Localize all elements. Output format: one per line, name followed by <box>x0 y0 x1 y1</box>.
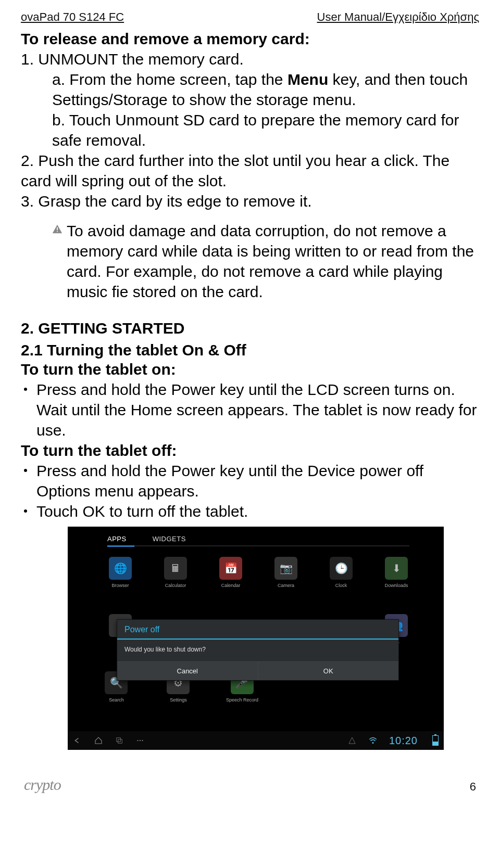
step-2: 2. Push the card further into the slot u… <box>21 150 479 191</box>
release-title: To release and remove a memory card: <box>21 30 479 48</box>
footer-logo: crypto <box>24 776 61 794</box>
app-downloads[interactable]: ⬇Downloads <box>378 557 415 588</box>
step-3: 3. Grasp the card by its edge to remove … <box>21 191 479 211</box>
bullet-icon <box>24 509 27 513</box>
app-label: Calculator <box>157 583 194 588</box>
bullet-icon <box>24 388 27 391</box>
app-label: Settings <box>164 697 193 703</box>
clock-display: 10:20 <box>389 735 418 747</box>
svg-rect-4 <box>118 739 122 744</box>
app-label: Downloads <box>378 583 415 588</box>
header-right: User Manual/Εγχειρίδιο Χρήσης <box>317 10 479 24</box>
warning-icon <box>52 224 63 234</box>
menu-icon[interactable] <box>135 736 145 745</box>
cancel-button[interactable]: Cancel <box>117 662 258 680</box>
svg-rect-2 <box>57 231 58 232</box>
app-clock[interactable]: 🕒Clock <box>323 557 359 588</box>
calendar-icon: 📅 <box>219 557 242 580</box>
app-label: Speech Record <box>226 697 258 703</box>
app-label: Camera <box>268 583 304 588</box>
tab-underline-active <box>107 545 134 547</box>
page-number: 6 <box>470 780 476 794</box>
sub-21: 2.1 Turning the tablet On & Off <box>21 341 479 359</box>
header-left: ovaPad 70 S124 FC <box>21 10 124 24</box>
back-icon[interactable] <box>73 736 82 745</box>
power-off-dialog: Power off Would you like to shut down? C… <box>117 619 399 681</box>
step-1a: a. From the home screen, tap the Menu ke… <box>52 69 479 110</box>
tab-apps[interactable]: APPS <box>107 535 127 543</box>
android-screenshot: APPS WIDGETS 🌐Browser🖩Calculator📅Calenda… <box>68 527 444 750</box>
notification-icon[interactable] <box>347 736 357 745</box>
step-1a-pre: a. From the home screen, tap the <box>52 71 288 88</box>
battery-icon <box>432 735 439 746</box>
svg-rect-1 <box>57 227 58 231</box>
svg-point-6 <box>140 740 141 741</box>
step-1a-menu: Menu <box>288 71 328 88</box>
app-label: Calendar <box>213 583 249 588</box>
apps-row-1: 🌐Browser🖩Calculator📅Calendar📷Camera🕒Cloc… <box>102 557 415 588</box>
globe-icon: 🌐 <box>109 557 132 580</box>
home-icon[interactable] <box>94 736 103 745</box>
turn-off-title: To turn the tablet off: <box>21 440 479 461</box>
svg-point-7 <box>142 740 143 741</box>
app-label: Clock <box>323 583 359 588</box>
svg-rect-3 <box>117 738 121 742</box>
turn-on-bullet: Press and hold the Power key until the L… <box>36 379 479 440</box>
turn-off-bullet-2: Touch OK to turn off the tablet. <box>36 501 248 521</box>
clock-icon: 🕒 <box>330 557 353 580</box>
svg-point-8 <box>372 742 373 744</box>
tab-widgets[interactable]: WIDGETS <box>153 535 186 543</box>
app-calendar[interactable]: 📅Calendar <box>213 557 249 588</box>
app-browser[interactable]: 🌐Browser <box>102 557 139 588</box>
app-calculator[interactable]: 🖩Calculator <box>157 557 194 588</box>
warning-text: To avoid damage and data corruption, do … <box>67 221 479 302</box>
step-1: 1. UNMOUNT the memory card. <box>21 49 479 69</box>
system-bar: 10:20 <box>68 731 444 750</box>
app-camera[interactable]: 📷Camera <box>268 557 304 588</box>
dialog-message: Would you like to shut down? <box>117 640 398 661</box>
turn-off-bullet-1: Press and hold the Power key until the D… <box>36 461 479 501</box>
app-label: Search <box>102 697 131 703</box>
turn-on-title: To turn the tablet on: <box>21 359 479 379</box>
ok-button[interactable]: OK <box>258 662 399 680</box>
step-1b: b. Touch Unmount SD card to prepare the … <box>52 110 479 150</box>
tab-underline <box>107 545 409 546</box>
recents-icon[interactable] <box>115 736 124 745</box>
getting-started-title: 2. GETTING STARTED <box>21 320 479 337</box>
svg-point-5 <box>137 740 138 741</box>
bullet-icon <box>24 469 27 472</box>
wifi-icon <box>368 736 378 745</box>
camera-icon: 📷 <box>274 557 297 580</box>
download-icon: ⬇ <box>385 557 408 580</box>
calculator-icon: 🖩 <box>164 557 187 580</box>
dialog-title: Power off <box>117 620 398 640</box>
app-label: Browser <box>102 583 139 588</box>
